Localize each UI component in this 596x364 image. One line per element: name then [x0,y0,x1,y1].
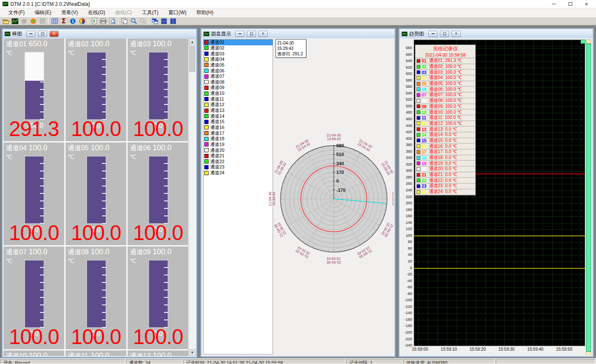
gauge-cell: 通道06100.0℃0.0100.0 [127,142,189,245]
toolbar-separator [88,18,88,25]
export-icon[interactable]: X [89,17,99,25]
channel-list-item[interactable]: 通道12 [204,102,273,108]
legend-channel-value: 通道12: 100.0 ℃ [429,121,462,126]
bar-close-button[interactable]: × [50,31,59,37]
main-window-title: DTM 2.0.1 [C:\DTM 2.0.2\RealData] [10,1,90,7]
channel-list-item[interactable]: 通道02 [204,45,273,51]
legend-color-swatch [417,173,420,177]
legend-channel-value: 通道22: 0.0 ℃ [429,178,457,183]
channel-list-item[interactable]: 通道06 [204,68,273,74]
legend-channel-value: 通道01: 291.3 ℃ [429,58,462,64]
chart-icon[interactable] [10,17,20,25]
legend-channel-value: 通道15: 0.0 ℃ [429,138,457,144]
legend-row: 07通道07: 100.0 ℃ [415,92,475,98]
pie-icon[interactable] [77,17,87,25]
trend-scroll-up[interactable] [586,40,591,44]
legend-color-swatch [417,161,420,165]
channel-list-item[interactable]: 通道10 [204,91,273,97]
menu-f[interactable]: 文件(F) [3,8,30,17]
legend-row: 21通道21: 0.0 ℃ [415,172,475,178]
gauge-cell: 通道08100.0℃0.0100.0 [65,246,127,349]
legend-color-swatch [417,104,420,108]
legend-row: 23通道23: 0.0 ℃ [415,183,475,189]
status-segment: 记录时间: 21-04-30 14:51:38 21-04-30 15:59:5… [183,359,345,364]
disc-minimize-button[interactable] [235,31,244,37]
trend-scroll-down[interactable] [586,352,591,355]
table-icon[interactable] [50,17,59,25]
channel-color-swatch [204,171,209,175]
info-icon[interactable]: i [68,17,77,25]
disc-window-titlebar[interactable]: 圆盘显示 × [201,29,395,38]
channel-list-item[interactable]: 通道05 [204,62,273,68]
trend-maximize-button[interactable] [440,31,449,37]
channel-list-item[interactable]: 通道14 [204,113,273,119]
y-axis-tick-label: 560 [400,84,412,89]
gauge-bar [25,260,44,328]
bar-maximize-button[interactable] [38,31,47,37]
legend-color-swatch [417,156,420,160]
channel-list-item[interactable]: 通道03 [204,51,273,57]
disc-maximize-button[interactable] [247,31,256,37]
gauge-channel-label: 通道02 [68,40,89,49]
legend-row: 20通道20: 0.0 ℃ [415,166,475,172]
channel-list-item[interactable]: 通道08 [204,79,273,85]
y-axis-tick-label: 80 [400,240,412,244]
minimize-button[interactable] [547,0,561,8]
trend-scrollbar[interactable] [586,40,591,355]
channel-list-item[interactable]: 通道07 [204,74,273,79]
channel-list-item[interactable]: 通道11 [204,96,273,102]
tile-horizontal-icon[interactable] [159,17,169,25]
menu-v[interactable]: 查看(V) [56,8,83,17]
channel-list-item[interactable]: 通道09 [204,85,273,91]
bar-scrollbar[interactable]: ▲ ▼ [189,38,196,356]
maximize-button[interactable] [563,0,577,8]
legend-channel-value: 通道10: 100.0 ℃ [429,109,462,115]
sigma-icon[interactable]: Σ [59,17,68,25]
channel-color-swatch [204,63,209,67]
tile-vertical-icon[interactable] [169,17,178,25]
trend-scroll-track[interactable] [586,44,591,352]
trend-minimize-button[interactable] [428,31,437,37]
y-axis-tick-label: -200 [400,330,412,334]
gauge-bar [149,52,168,120]
trend-close-button[interactable]: × [452,31,461,37]
cascade-icon[interactable] [150,17,159,25]
print-icon[interactable] [99,17,108,25]
menu-e[interactable]: 编辑(E) [30,8,56,17]
scroll-up-icon[interactable]: ▲ [189,38,196,45]
close-button[interactable]: × [579,0,594,8]
scroll-thumb[interactable] [189,46,195,72]
zoom-in-icon[interactable] [129,17,138,25]
channel-list-item[interactable]: 通道04 [204,57,273,62]
menu-t[interactable]: 工具(T) [137,8,163,17]
svg-text:-170: -170 [336,188,345,193]
copy-icon[interactable] [120,17,129,25]
gauge-reading: 100.0 [4,221,64,245]
open-icon[interactable] [1,17,10,25]
menu-w[interactable]: 窗口(W) [164,8,191,17]
pause-circle-icon [20,17,29,25]
channel-list-item[interactable]: 通道01 [204,40,273,45]
preview-icon[interactable] [108,17,117,25]
legend-title: 无纸记录仪 [415,45,475,52]
gauge-max-value: 100.0 [91,248,109,256]
legend-channel-value: 通道18: 0.0 ℃ [429,155,457,161]
channel-color-swatch [204,97,209,101]
gauge-max-value: 100.0 [91,144,109,152]
legend-color-swatch [417,127,420,131]
record-icon[interactable] [29,17,38,25]
svg-text:21-04-3015:44:43: 21-04-3015:44:43 [268,192,276,206]
gauge-unit: ℃ [130,50,137,56]
channel-list-item[interactable]: 通道13 [204,108,273,114]
bar-window-titlebar[interactable]: 棒图 × [2,29,196,38]
y-axis-tick-label: -20 [400,272,412,276]
scroll-down-icon[interactable]: ▼ [189,349,196,356]
legend-channel-value: 通道08: 100.0 ℃ [429,98,462,104]
gauge-cell: 通道12100.0℃0.0100.0 [127,350,189,356]
menu-h[interactable]: 帮助(H) [191,8,219,17]
gauge-tick-marks [40,260,44,327]
trend-window-titlebar[interactable]: 趋势图 × [400,29,593,38]
bar-minimize-button[interactable] [26,31,35,37]
menu-o[interactable]: 在线(O) [83,8,110,17]
disc-close-button[interactable]: × [258,31,268,37]
